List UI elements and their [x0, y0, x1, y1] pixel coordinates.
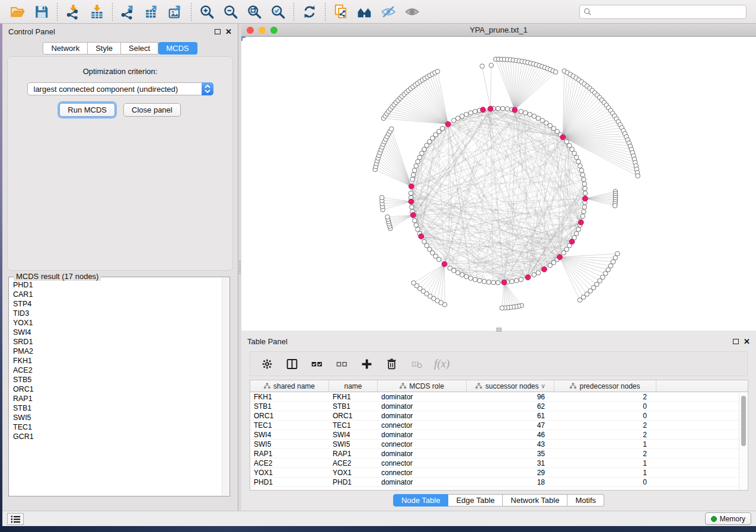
- close-panel-icon[interactable]: ✕: [225, 28, 232, 36]
- result-node-item[interactable]: PHD1: [13, 280, 221, 290]
- cell-shared-name[interactable]: YOX1: [250, 468, 329, 477]
- cell-successor-nodes[interactable]: 62: [467, 402, 554, 411]
- cell-name[interactable]: STB1: [329, 402, 378, 411]
- task-history-button[interactable]: [7, 513, 24, 525]
- panel-divider[interactable]: [238, 24, 241, 511]
- table-row[interactable]: TEC1TEC1connector472: [250, 421, 748, 430]
- mcds-result-list[interactable]: PHD1CAR1STP4TID3YOX1SWI4SRD1PMA2FKH1ACE2…: [13, 280, 221, 495]
- cell-successor-nodes[interactable]: 31: [467, 459, 554, 467]
- cell-predecessor-nodes[interactable]: 1: [554, 468, 656, 477]
- column-browser-button[interactable]: [285, 357, 299, 371]
- export-image-button[interactable]: [164, 2, 187, 21]
- search-input[interactable]: [594, 6, 742, 18]
- result-node-item[interactable]: SWI4: [13, 328, 221, 337]
- cell-MCDS-role[interactable]: dominator: [378, 477, 467, 486]
- result-node-item[interactable]: SRD1: [13, 337, 221, 347]
- cell-name[interactable]: TEC1: [329, 421, 378, 430]
- zoom-in-button[interactable]: [195, 2, 219, 21]
- cell-MCDS-role[interactable]: dominator: [378, 402, 467, 411]
- cell-name[interactable]: SWI4: [329, 430, 378, 439]
- cell-name[interactable]: ORC1: [329, 411, 378, 420]
- cell-MCDS-role[interactable]: connector: [378, 440, 467, 448]
- cell-predecessor-nodes[interactable]: 2: [554, 392, 656, 401]
- cell-successor-nodes[interactable]: 61: [467, 411, 554, 420]
- result-node-item[interactable]: TEC1: [13, 422, 221, 432]
- close-panel-button[interactable]: Close panel: [123, 103, 181, 117]
- close-window-icon[interactable]: [247, 27, 254, 34]
- tab-edge-table[interactable]: Edge Table: [448, 494, 503, 507]
- zoom-selected-button[interactable]: [266, 2, 290, 21]
- cell-shared-name[interactable]: RAP1: [250, 449, 329, 458]
- cell-predecessor-nodes[interactable]: 2: [554, 430, 656, 439]
- open-button[interactable]: [6, 2, 30, 21]
- result-node-item[interactable]: STB1: [13, 403, 221, 413]
- run-mcds-button[interactable]: Run MCDS: [59, 103, 115, 117]
- cell-name[interactable]: ACE2: [329, 459, 378, 467]
- cell-name[interactable]: FKH1: [329, 392, 378, 401]
- result-node-item[interactable]: PMA2: [13, 347, 221, 356]
- show-all-button[interactable]: [400, 2, 424, 21]
- cell-predecessor-nodes[interactable]: 0: [554, 402, 656, 411]
- minimize-window-icon[interactable]: [259, 27, 266, 34]
- column-header-MCDS-role[interactable]: MCDS role: [378, 380, 467, 392]
- cell-predecessor-nodes[interactable]: 0: [554, 411, 656, 420]
- cell-name[interactable]: YOX1: [329, 468, 378, 477]
- cell-successor-nodes[interactable]: 43: [467, 440, 554, 448]
- close-table-panel-icon[interactable]: ✕: [744, 338, 750, 345]
- cell-MCDS-role[interactable]: dominator: [378, 392, 467, 401]
- cell-shared-name[interactable]: ACE2: [250, 459, 329, 467]
- cell-predecessor-nodes[interactable]: 1: [554, 459, 656, 467]
- gear-button[interactable]: [260, 357, 274, 371]
- table-row[interactable]: ACE2ACE2connector311: [250, 459, 748, 468]
- float-panel-icon[interactable]: [215, 29, 221, 34]
- hide-selected-button[interactable]: [377, 2, 400, 21]
- tab-style[interactable]: Style: [88, 42, 121, 55]
- tab-network-table[interactable]: Network Table: [503, 494, 567, 507]
- cell-successor-nodes[interactable]: 46: [467, 430, 554, 439]
- cell-MCDS-role[interactable]: dominator: [378, 430, 467, 439]
- optimization-criterion-dropdown[interactable]: largest connected component (undirected): [27, 82, 213, 95]
- export-network-button[interactable]: [116, 2, 140, 21]
- table-row[interactable]: SWI5SWI5connector431: [250, 440, 748, 449]
- cell-successor-nodes[interactable]: 47: [467, 421, 554, 430]
- result-node-item[interactable]: ORC1: [13, 384, 221, 394]
- cell-shared-name[interactable]: STB1: [250, 402, 329, 411]
- network-graph[interactable]: [241, 37, 756, 331]
- splitter-grip[interactable]: [496, 328, 502, 332]
- cell-name[interactable]: RAP1: [329, 449, 378, 458]
- cell-predecessor-nodes[interactable]: 0: [554, 477, 656, 486]
- tab-mcds[interactable]: MCDS: [158, 42, 197, 55]
- table-row[interactable]: PHD1PHD1dominator180: [250, 477, 748, 487]
- cell-name[interactable]: PHD1: [329, 477, 378, 486]
- table-scrollbar-thumb[interactable]: [741, 396, 746, 446]
- network-titlebar[interactable]: YPA_prune.txt_1: [241, 24, 756, 37]
- table-row[interactable]: RAP1RAP1dominator352: [250, 449, 748, 459]
- refresh-button[interactable]: [298, 2, 321, 21]
- new-network-from-selection-button[interactable]: [329, 2, 353, 21]
- network-canvas[interactable]: [241, 37, 756, 331]
- result-node-item[interactable]: TID3: [13, 309, 221, 318]
- table-scrollbar[interactable]: [739, 393, 747, 489]
- import-network-button[interactable]: [61, 2, 85, 21]
- add-column-button[interactable]: [359, 357, 374, 371]
- select-all-button[interactable]: [310, 357, 324, 371]
- cell-predecessor-nodes[interactable]: 1: [554, 440, 656, 448]
- result-node-item[interactable]: FKH1: [13, 356, 221, 366]
- cell-MCDS-role[interactable]: dominator: [378, 411, 467, 420]
- result-node-item[interactable]: SWI5: [13, 413, 221, 422]
- search-field[interactable]: [579, 5, 747, 19]
- cell-successor-nodes[interactable]: 96: [467, 392, 554, 401]
- cell-name[interactable]: SWI5: [329, 440, 378, 448]
- cell-shared-name[interactable]: SWI5: [250, 440, 329, 448]
- result-node-item[interactable]: STP4: [13, 299, 221, 309]
- cell-MCDS-role[interactable]: connector: [378, 459, 467, 467]
- cell-predecessor-nodes[interactable]: 2: [554, 449, 656, 458]
- zoom-fit-button[interactable]: [243, 2, 266, 21]
- first-neighbors-button[interactable]: [353, 2, 377, 21]
- zoom-out-button[interactable]: [219, 2, 243, 21]
- column-header-shared-name[interactable]: shared name: [250, 380, 329, 392]
- tab-node-table[interactable]: Node Table: [393, 494, 449, 507]
- maximize-window-icon[interactable]: [270, 27, 277, 34]
- cell-shared-name[interactable]: FKH1: [250, 392, 329, 401]
- table-row[interactable]: YOX1YOX1connector291: [250, 468, 748, 477]
